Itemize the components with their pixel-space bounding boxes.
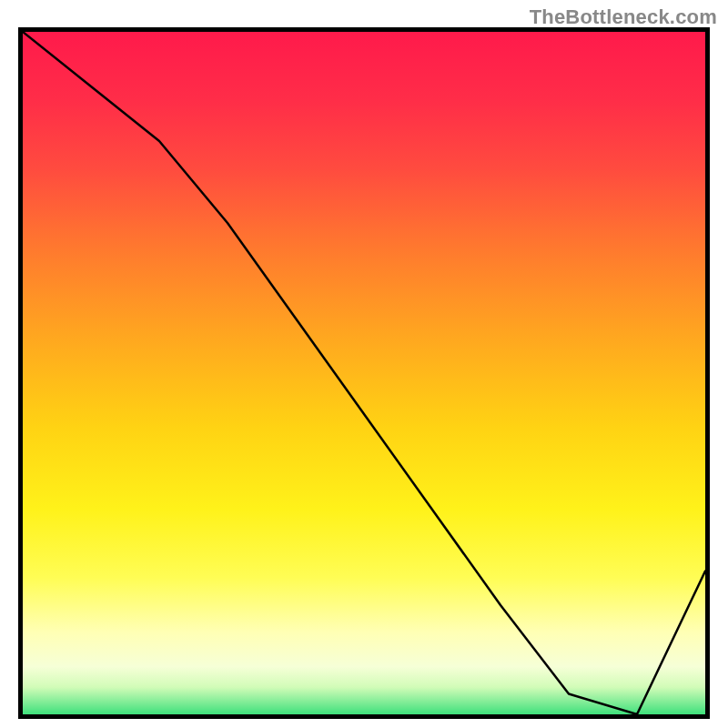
watermark-text: TheBottleneck.com: [530, 5, 717, 29]
chart-line-svg: [23, 32, 705, 714]
bottleneck-curve-path: [23, 32, 705, 714]
chart-plot-area: [18, 27, 710, 719]
